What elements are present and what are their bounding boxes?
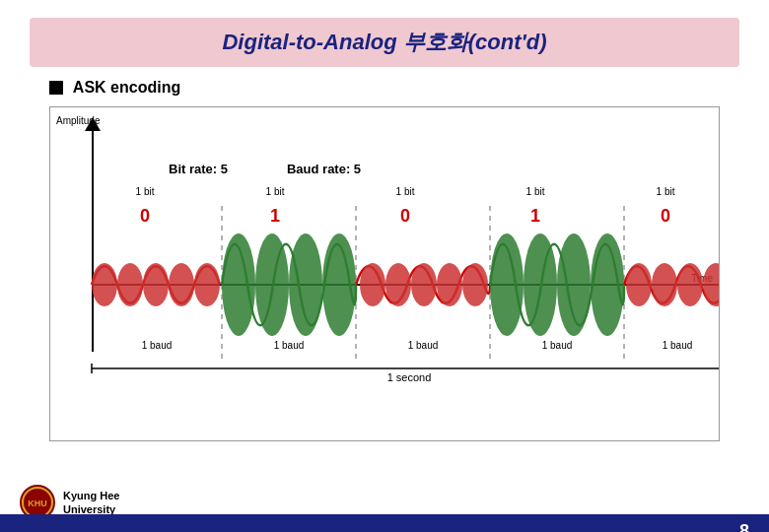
svg-point-25 — [652, 263, 677, 306]
svg-point-10 — [194, 263, 220, 306]
page-number: 8 — [739, 521, 749, 532]
bit-rate-label: Bit rate: 5 — [169, 162, 228, 176]
svg-point-9 — [169, 263, 194, 306]
university-name: Kyung Hee University — [63, 489, 119, 517]
wave-diagram: 1 baud 1 baud 1 baud 1 baud 1 baud 1 sec… — [80, 186, 720, 383]
svg-point-18 — [437, 263, 462, 306]
svg-point-26 — [677, 263, 703, 306]
slide: Digital-to-Analog 부호화(cont'd) ASK encodi… — [0, 18, 769, 532]
svg-point-8 — [143, 263, 169, 306]
svg-point-21 — [524, 233, 557, 336]
svg-point-17 — [411, 263, 437, 306]
svg-text:1 second: 1 second — [387, 371, 432, 383]
svg-point-27 — [703, 263, 720, 306]
svg-text:1 baud: 1 baud — [663, 340, 693, 351]
svg-point-23 — [591, 233, 624, 336]
svg-point-7 — [117, 263, 143, 306]
svg-text:1 baud: 1 baud — [408, 340, 439, 351]
footer-bar: 8 — [0, 514, 769, 532]
svg-point-13 — [289, 233, 322, 336]
svg-text:1 baud: 1 baud — [542, 340, 573, 351]
bullet-icon — [49, 81, 63, 95]
svg-point-14 — [322, 233, 356, 336]
svg-point-22 — [557, 233, 591, 336]
svg-text:1 baud: 1 baud — [142, 340, 173, 351]
svg-point-19 — [462, 263, 488, 306]
subtitle-area: ASK encoding — [49, 79, 720, 97]
svg-text:KHU: KHU — [28, 499, 47, 508]
svg-point-6 — [92, 263, 117, 306]
title-bar: Digital-to-Analog 부호화(cont'd) — [30, 18, 739, 67]
rate-labels: Bit rate: 5 Baud rate: 5 — [169, 162, 361, 176]
subtitle-text: ASK encoding — [73, 79, 180, 96]
svg-point-20 — [490, 233, 524, 336]
svg-point-16 — [385, 263, 411, 306]
svg-point-12 — [255, 233, 289, 336]
baud-rate-label: Baud rate: 5 — [287, 162, 361, 176]
univ-name-line1: Kyung Hee — [63, 489, 119, 502]
slide-title: Digital-to-Analog 부호화(cont'd) — [222, 30, 546, 54]
svg-point-24 — [626, 263, 652, 306]
svg-text:1 baud: 1 baud — [274, 340, 305, 351]
svg-point-11 — [222, 233, 255, 336]
svg-point-15 — [360, 263, 385, 306]
diagram-area: Amplitude Time Bit rate: 5 Baud rate: 5 … — [49, 106, 720, 441]
y-axis-arrow — [85, 117, 101, 131]
